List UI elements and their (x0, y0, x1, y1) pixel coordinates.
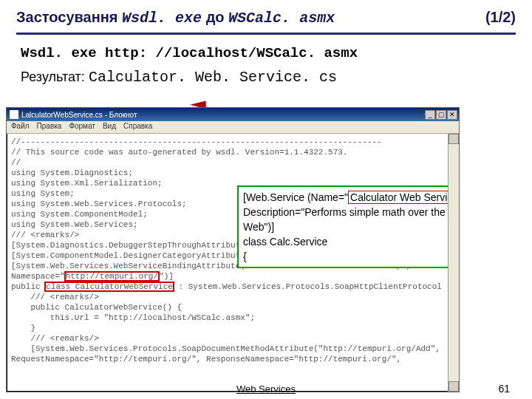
callout-line-4: { (243, 249, 459, 264)
menu-edit[interactable]: Правка (37, 122, 62, 132)
title-code-2: WSCalc. asmx (228, 10, 335, 27)
menu-view[interactable]: Вид (103, 122, 116, 132)
callout-l1a: [Web.Service (Name=" (243, 191, 348, 203)
code-line: public class CalculatorWebService : Syst… (11, 282, 454, 292)
result-file: Calculator. Web. Service. cs (89, 69, 337, 86)
code-line: /// <remarks/> (11, 292, 454, 302)
code-line: using System.Diagnostics; (11, 168, 454, 178)
vertical-scrollbar[interactable] (448, 134, 459, 392)
menu-help[interactable]: Справка (123, 122, 152, 132)
pager: (1/2) (485, 9, 516, 26)
title-code-1: Wsdl. exe (122, 10, 202, 27)
window-title-text: LalculatorWebService.cs - Блокнот (21, 111, 137, 119)
classname-highlight: class CalculatorWebService (45, 282, 174, 291)
menu-format[interactable]: Формат (69, 122, 95, 132)
code-line: public CalculatorWebService() { (11, 302, 454, 313)
code-line: // This source code was auto-generated b… (11, 147, 454, 157)
editor-body[interactable]: [Web.Service (Name="Calculator Web Servi… (7, 134, 459, 392)
page-number: 61 (498, 383, 510, 395)
app-icon (10, 110, 18, 119)
callout-line-2: Description="Performs simple math over t… (243, 205, 459, 234)
window-buttons: _ ▢ ✕ (425, 110, 457, 120)
callout-line-1: [Web.Service (Name="Calculator Web Servi… (243, 190, 459, 205)
code-line: /// <remarks/> (11, 333, 454, 344)
code-line: [System.Web.Services.Protocols.SoapDocum… (11, 344, 454, 354)
slide-title: Застосування Wsdl. exe до WSCalc. asmx (… (16, 9, 516, 33)
code-line: //--------------------------------------… (11, 137, 454, 147)
code-line: RequestNamespace="http://tempuri.org/", … (11, 354, 454, 364)
callout-box: [Web.Service (Name="Calculator Web Servi… (237, 185, 459, 268)
code-line: this.Url = "http://localhost/WSCalc.asmx… (11, 313, 454, 323)
window-title: LalculatorWebService.cs - Блокнот (10, 110, 137, 119)
notepad-window: LalculatorWebService.cs - Блокнот _ ▢ ✕ … (6, 107, 460, 392)
maximize-button[interactable]: ▢ (436, 110, 446, 120)
close-button[interactable]: ✕ (447, 110, 457, 120)
callout-line-3: class Calc.Service (243, 234, 459, 249)
scroll-down-button[interactable] (449, 381, 459, 392)
title-prefix: Застосування (16, 9, 122, 25)
minimize-button[interactable]: _ (425, 110, 435, 120)
title-mid: до (202, 9, 228, 25)
window-titlebar[interactable]: LalculatorWebService.cs - Блокнот _ ▢ ✕ (7, 108, 459, 121)
code-line: // (11, 157, 454, 168)
menu-file[interactable]: Файл (11, 122, 30, 132)
namespace-highlight: http://tempuri.org/ (65, 272, 159, 281)
title-text: Застосування Wsdl. exe до WSCalc. asmx (16, 9, 335, 27)
result-line: Результат: Calculator. Web. Service. cs (21, 69, 516, 86)
code-line: } (11, 323, 454, 333)
menu-bar: Файл Правка Формат Вид Справка (7, 121, 459, 134)
callout-highlight: Calculator Web Service (348, 191, 459, 204)
command-line: Wsdl. exe http: //localhost/WSCalc. asmx (21, 45, 516, 61)
result-label: Результат: (21, 69, 89, 84)
code-line: Namespace="http://tempuri.org/")] (11, 271, 454, 282)
title-rule (16, 33, 516, 35)
slide: Застосування Wsdl. exe до WSCalc. asmx (… (0, 0, 532, 399)
scroll-up-button[interactable] (449, 134, 459, 144)
